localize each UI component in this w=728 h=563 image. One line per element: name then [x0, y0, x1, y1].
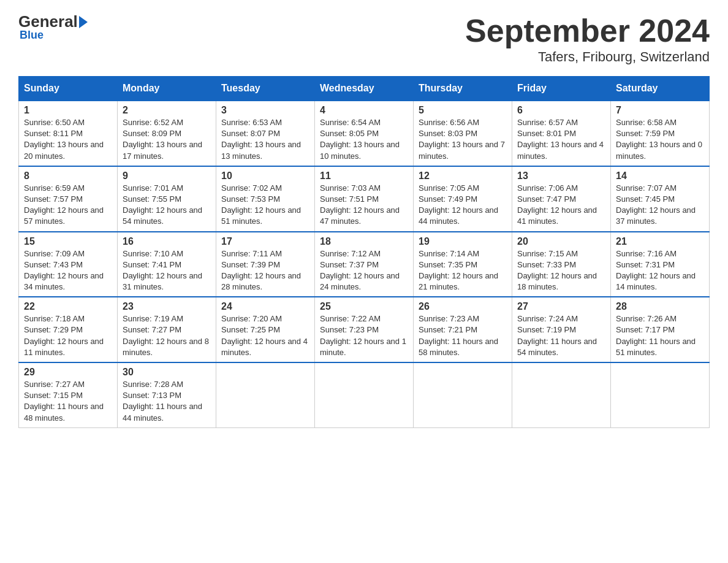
day-number: 26: [419, 301, 507, 312]
day-info: Sunrise: 6:57 AM Sunset: 8:01 PM Dayligh…: [517, 117, 605, 162]
day-info: Sunrise: 7:14 AM Sunset: 7:35 PM Dayligh…: [419, 248, 507, 293]
calendar-cell: [512, 362, 611, 427]
calendar-cell: 20 Sunrise: 7:15 AM Sunset: 7:33 PM Dayl…: [512, 232, 611, 297]
day-number: 12: [419, 170, 507, 182]
calendar-week-row: 8 Sunrise: 6:59 AM Sunset: 7:57 PM Dayli…: [19, 166, 710, 232]
calendar-cell: 26 Sunrise: 7:23 AM Sunset: 7:21 PM Dayl…: [414, 297, 512, 362]
title-block: September 2024 Tafers, Fribourg, Switzer…: [465, 12, 710, 65]
day-number: 18: [320, 236, 408, 247]
calendar-cell: 29 Sunrise: 7:27 AM Sunset: 7:15 PM Dayl…: [19, 362, 118, 427]
day-info: Sunrise: 7:23 AM Sunset: 7:21 PM Dayligh…: [419, 313, 507, 358]
weekday-header-wednesday: Wednesday: [315, 77, 414, 101]
calendar-cell: [611, 362, 710, 427]
day-number: 1: [24, 105, 112, 116]
day-info: Sunrise: 6:52 AM Sunset: 8:09 PM Dayligh…: [123, 117, 211, 162]
calendar-cell: 1 Sunrise: 6:50 AM Sunset: 8:11 PM Dayli…: [19, 101, 118, 166]
calendar-week-row: 29 Sunrise: 7:27 AM Sunset: 7:15 PM Dayl…: [19, 362, 710, 427]
calendar-cell: 9 Sunrise: 7:01 AM Sunset: 7:55 PM Dayli…: [118, 166, 216, 232]
calendar-cell: 27 Sunrise: 7:24 AM Sunset: 7:19 PM Dayl…: [512, 297, 611, 362]
calendar-table: SundayMondayTuesdayWednesdayThursdayFrid…: [18, 76, 710, 428]
calendar-cell: 4 Sunrise: 6:54 AM Sunset: 8:05 PM Dayli…: [315, 101, 414, 166]
day-info: Sunrise: 7:24 AM Sunset: 7:19 PM Dayligh…: [517, 313, 605, 358]
day-number: 5: [419, 105, 507, 116]
calendar-cell: 11 Sunrise: 7:03 AM Sunset: 7:51 PM Dayl…: [315, 166, 414, 232]
day-number: 30: [123, 367, 211, 378]
calendar-cell: 7 Sunrise: 6:58 AM Sunset: 7:59 PM Dayli…: [611, 101, 710, 166]
calendar-cell: 30 Sunrise: 7:28 AM Sunset: 7:13 PM Dayl…: [118, 362, 216, 427]
day-info: Sunrise: 7:27 AM Sunset: 7:15 PM Dayligh…: [24, 379, 112, 424]
day-number: 7: [616, 105, 704, 116]
day-number: 24: [221, 301, 309, 312]
day-info: Sunrise: 7:28 AM Sunset: 7:13 PM Dayligh…: [123, 379, 211, 424]
day-info: Sunrise: 7:02 AM Sunset: 7:53 PM Dayligh…: [221, 183, 309, 228]
day-info: Sunrise: 7:03 AM Sunset: 7:51 PM Dayligh…: [320, 183, 408, 228]
day-info: Sunrise: 6:56 AM Sunset: 8:03 PM Dayligh…: [419, 117, 507, 162]
weekday-header-sunday: Sunday: [19, 77, 118, 101]
day-number: 6: [517, 105, 605, 116]
weekday-header-thursday: Thursday: [414, 77, 512, 101]
day-info: Sunrise: 7:18 AM Sunset: 7:29 PM Dayligh…: [24, 313, 112, 358]
day-info: Sunrise: 6:58 AM Sunset: 7:59 PM Dayligh…: [616, 117, 704, 162]
calendar-cell: 6 Sunrise: 6:57 AM Sunset: 8:01 PM Dayli…: [512, 101, 611, 166]
calendar-cell: 23 Sunrise: 7:19 AM Sunset: 7:27 PM Dayl…: [118, 297, 216, 362]
day-info: Sunrise: 7:01 AM Sunset: 7:55 PM Dayligh…: [123, 183, 211, 228]
day-number: 29: [24, 367, 112, 378]
day-info: Sunrise: 6:50 AM Sunset: 8:11 PM Dayligh…: [24, 117, 112, 162]
day-info: Sunrise: 7:22 AM Sunset: 7:23 PM Dayligh…: [320, 313, 408, 358]
calendar-cell: [315, 362, 414, 427]
day-info: Sunrise: 7:26 AM Sunset: 7:17 PM Dayligh…: [616, 313, 704, 358]
day-info: Sunrise: 7:11 AM Sunset: 7:39 PM Dayligh…: [221, 248, 309, 293]
calendar-cell: 21 Sunrise: 7:16 AM Sunset: 7:31 PM Dayl…: [611, 232, 710, 297]
day-info: Sunrise: 6:53 AM Sunset: 8:07 PM Dayligh…: [221, 117, 309, 162]
calendar-cell: [216, 362, 315, 427]
calendar-cell: 5 Sunrise: 6:56 AM Sunset: 8:03 PM Dayli…: [414, 101, 512, 166]
day-number: 2: [123, 105, 211, 116]
day-number: 17: [221, 236, 309, 247]
calendar-cell: 16 Sunrise: 7:10 AM Sunset: 7:41 PM Dayl…: [118, 232, 216, 297]
day-info: Sunrise: 7:12 AM Sunset: 7:37 PM Dayligh…: [320, 248, 408, 293]
calendar-week-row: 22 Sunrise: 7:18 AM Sunset: 7:29 PM Dayl…: [19, 297, 710, 362]
day-number: 19: [419, 236, 507, 247]
day-number: 27: [517, 301, 605, 312]
calendar-cell: 24 Sunrise: 7:20 AM Sunset: 7:25 PM Dayl…: [216, 297, 315, 362]
day-number: 15: [24, 236, 112, 247]
weekday-header-row: SundayMondayTuesdayWednesdayThursdayFrid…: [19, 77, 710, 101]
day-info: Sunrise: 7:06 AM Sunset: 7:47 PM Dayligh…: [517, 183, 605, 228]
calendar-week-row: 1 Sunrise: 6:50 AM Sunset: 8:11 PM Dayli…: [19, 101, 710, 166]
calendar-cell: 13 Sunrise: 7:06 AM Sunset: 7:47 PM Dayl…: [512, 166, 611, 232]
calendar-cell: 10 Sunrise: 7:02 AM Sunset: 7:53 PM Dayl…: [216, 166, 315, 232]
day-number: 20: [517, 236, 605, 247]
weekday-header-saturday: Saturday: [611, 77, 710, 101]
page-header: General Blue September 2024 Tafers, Frib…: [18, 12, 710, 65]
calendar-cell: 2 Sunrise: 6:52 AM Sunset: 8:09 PM Dayli…: [118, 101, 216, 166]
calendar-cell: 3 Sunrise: 6:53 AM Sunset: 8:07 PM Dayli…: [216, 101, 315, 166]
calendar-cell: 18 Sunrise: 7:12 AM Sunset: 7:37 PM Dayl…: [315, 232, 414, 297]
weekday-header-tuesday: Tuesday: [216, 77, 315, 101]
day-info: Sunrise: 7:07 AM Sunset: 7:45 PM Dayligh…: [616, 183, 704, 228]
calendar-location: Tafers, Fribourg, Switzerland: [465, 49, 710, 65]
day-number: 14: [616, 170, 704, 182]
day-number: 4: [320, 105, 408, 116]
day-number: 9: [123, 170, 211, 182]
logo: General Blue: [18, 12, 89, 42]
weekday-header-friday: Friday: [512, 77, 611, 101]
day-info: Sunrise: 7:20 AM Sunset: 7:25 PM Dayligh…: [221, 313, 309, 358]
logo-blue-text: Blue: [20, 29, 44, 42]
calendar-cell: 28 Sunrise: 7:26 AM Sunset: 7:17 PM Dayl…: [611, 297, 710, 362]
day-info: Sunrise: 7:05 AM Sunset: 7:49 PM Dayligh…: [419, 183, 507, 228]
day-number: 13: [517, 170, 605, 182]
day-number: 8: [24, 170, 112, 182]
day-number: 11: [320, 170, 408, 182]
day-number: 21: [616, 236, 704, 247]
calendar-cell: 25 Sunrise: 7:22 AM Sunset: 7:23 PM Dayl…: [315, 297, 414, 362]
day-info: Sunrise: 7:09 AM Sunset: 7:43 PM Dayligh…: [24, 248, 112, 293]
day-number: 28: [616, 301, 704, 312]
calendar-cell: 12 Sunrise: 7:05 AM Sunset: 7:49 PM Dayl…: [414, 166, 512, 232]
weekday-header-monday: Monday: [118, 77, 216, 101]
day-info: Sunrise: 7:16 AM Sunset: 7:31 PM Dayligh…: [616, 248, 704, 293]
day-info: Sunrise: 7:15 AM Sunset: 7:33 PM Dayligh…: [517, 248, 605, 293]
calendar-cell: 22 Sunrise: 7:18 AM Sunset: 7:29 PM Dayl…: [19, 297, 118, 362]
day-info: Sunrise: 7:10 AM Sunset: 7:41 PM Dayligh…: [123, 248, 211, 293]
logo-triangle-icon: [79, 16, 88, 28]
calendar-cell: 15 Sunrise: 7:09 AM Sunset: 7:43 PM Dayl…: [19, 232, 118, 297]
